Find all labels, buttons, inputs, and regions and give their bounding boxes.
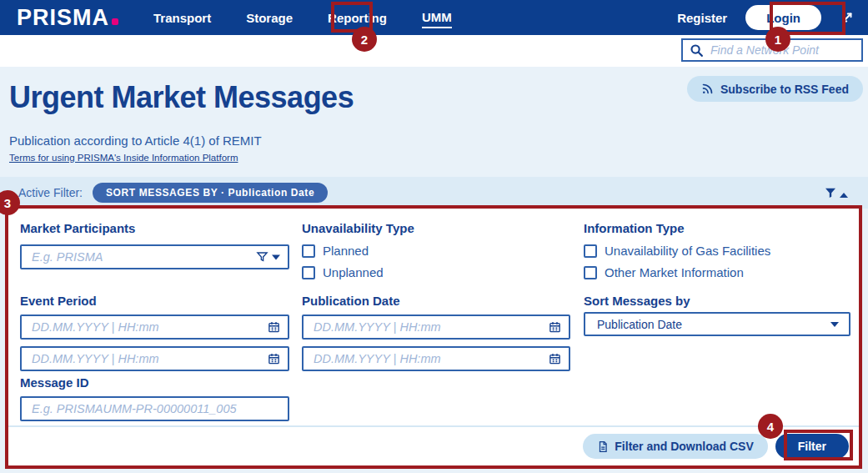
- publication-date-to-input[interactable]: [304, 348, 569, 370]
- nav-item-reporting[interactable]: Reporting: [328, 8, 387, 28]
- calendar-icon[interactable]: [268, 353, 280, 365]
- calendar-icon[interactable]: [549, 353, 561, 365]
- funnel-icon: [824, 186, 837, 199]
- filter-collapse-toggle[interactable]: [824, 186, 850, 199]
- checkbox-other-market-information[interactable]: Other Market Information: [584, 265, 850, 279]
- csv-button-label: Filter and Download CSV: [615, 440, 753, 453]
- login-button[interactable]: Login: [745, 5, 821, 30]
- active-filter-chip[interactable]: SORT MESSAGES BY · Publication Date: [93, 183, 328, 203]
- chevron-down-icon: [272, 254, 280, 259]
- checkbox-unavailability-gas-facilities[interactable]: Unavailability of Gas Facilities: [584, 244, 850, 258]
- page-subtitle: Publication according to Article 4(1) of…: [9, 133, 262, 148]
- active-filter-bar: Active Filter: SORT MESSAGES BY · Public…: [0, 177, 868, 209]
- information-type-label: Information Type: [584, 221, 850, 236]
- search-input[interactable]: [710, 43, 855, 57]
- checkbox-label: Unplanned: [323, 265, 384, 279]
- nav-item-umm[interactable]: UMM: [422, 7, 452, 28]
- calendar-icon[interactable]: [549, 321, 561, 334]
- event-period-from-wrap: [20, 314, 289, 340]
- filter-download-csv-button[interactable]: Filter and Download CSV: [583, 434, 767, 459]
- event-period-label: Event Period: [20, 294, 289, 309]
- event-period-to-wrap: [20, 346, 289, 371]
- message-id-label: Message ID: [20, 375, 289, 390]
- event-period-to-input[interactable]: [22, 348, 288, 370]
- checkbox-planned[interactable]: Planned: [302, 244, 570, 258]
- publication-date-to-wrap: [302, 346, 570, 371]
- market-participants-label: Market Participants: [20, 221, 289, 236]
- market-participants-input-wrap: [20, 244, 289, 269]
- field-unavailability-type: Unavailability Type Planned Unplanned: [302, 221, 570, 279]
- terms-link[interactable]: Terms for using PRISMA's Inside Informat…: [9, 153, 238, 163]
- checkbox-box[interactable]: [584, 244, 597, 258]
- field-market-participants: Market Participants: [20, 221, 289, 269]
- csv-file-icon: [597, 440, 609, 453]
- sort-messages-by-select[interactable]: Publication Date: [584, 312, 850, 336]
- fullscreen-icon[interactable]: [840, 10, 855, 25]
- register-link[interactable]: Register: [677, 11, 727, 25]
- calendar-icon[interactable]: [268, 321, 280, 334]
- rss-icon: [701, 83, 714, 95]
- checkbox-label: Unavailability of Gas Facilities: [605, 244, 770, 258]
- network-point-search[interactable]: [681, 38, 863, 62]
- top-nav: PRISMA Transport Storage Reporting UMM R…: [0, 0, 868, 35]
- search-row: [0, 35, 868, 67]
- market-participants-filter-dropdown[interactable]: [256, 251, 280, 264]
- publication-date-from-input[interactable]: [304, 316, 569, 338]
- funnel-outline-icon: [256, 251, 268, 264]
- page-title: Urgent Market Messages: [9, 80, 354, 115]
- panel-footer: Filter and Download CSV Filter: [583, 434, 849, 459]
- field-information-type: Information Type Unavailability of Gas F…: [584, 221, 850, 279]
- chevron-up-icon: [840, 193, 848, 198]
- field-publication-date: Publication Date: [302, 294, 570, 371]
- nav-item-transport[interactable]: Transport: [153, 8, 211, 28]
- umm-page: PRISMA Transport Storage Reporting UMM R…: [0, 0, 868, 473]
- panel-divider: [8, 425, 861, 427]
- nav-menu: Transport Storage Reporting UMM: [153, 7, 452, 28]
- checkbox-box[interactable]: [302, 266, 315, 279]
- field-event-period: Event Period: [20, 294, 289, 371]
- filter-button[interactable]: Filter: [775, 434, 849, 459]
- prisma-logo[interactable]: PRISMA: [17, 5, 118, 31]
- search-icon: [690, 43, 704, 58]
- brand-text: PRISMA: [17, 5, 109, 31]
- select-value: Publication Date: [597, 318, 682, 331]
- checkbox-box[interactable]: [302, 244, 315, 258]
- message-id-input-wrap: [20, 396, 289, 421]
- rss-subscribe-button[interactable]: Subscribe to RSS Feed: [687, 76, 863, 102]
- sort-messages-by-label: Sort Messages by: [584, 294, 850, 309]
- checkbox-unplanned[interactable]: Unplanned: [302, 265, 570, 279]
- market-participants-input[interactable]: [22, 246, 288, 268]
- unavailability-type-label: Unavailability Type: [302, 221, 570, 236]
- event-period-from-input[interactable]: [22, 316, 288, 338]
- rss-button-label: Subscribe to RSS Feed: [720, 83, 849, 96]
- nav-item-storage[interactable]: Storage: [246, 8, 293, 28]
- field-sort-messages-by: Sort Messages by Publication Date: [584, 294, 850, 336]
- checkbox-label: Planned: [323, 244, 369, 258]
- checkbox-box[interactable]: [584, 266, 597, 279]
- nav-right: Register Login: [677, 5, 856, 30]
- publication-date-label: Publication Date: [302, 294, 570, 309]
- field-message-id: Message ID: [20, 375, 289, 421]
- active-filter-label: Active Filter:: [18, 186, 83, 199]
- brand-dot-icon: [112, 18, 118, 25]
- filter-panel: Market Participants Unavailability Type …: [8, 209, 861, 467]
- chevron-down-icon: [830, 322, 839, 327]
- checkbox-label: Other Market Information: [605, 265, 744, 279]
- message-id-input[interactable]: [22, 398, 288, 420]
- publication-date-from-wrap: [302, 314, 570, 340]
